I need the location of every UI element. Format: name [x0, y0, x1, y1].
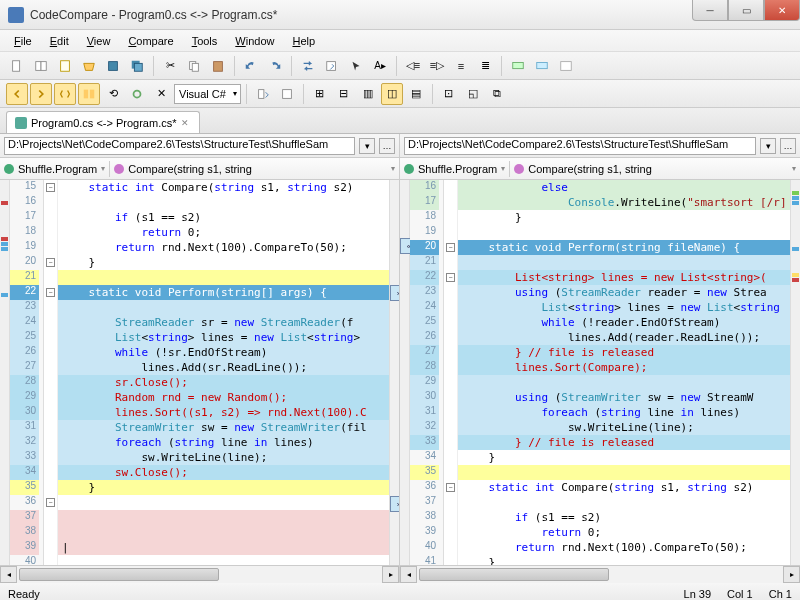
align-icon[interactable]: ≣: [474, 55, 496, 77]
svg-rect-1: [36, 61, 41, 70]
layout4-icon[interactable]: ▤: [405, 83, 427, 105]
uncomment-icon[interactable]: [531, 55, 553, 77]
layout1-icon[interactable]: ⊞: [309, 83, 331, 105]
scroll-left-icon[interactable]: ◂: [0, 566, 17, 583]
tab-close-icon[interactable]: ✕: [181, 118, 191, 128]
method-icon: [514, 164, 524, 174]
scroll-right-icon[interactable]: ▸: [783, 566, 800, 583]
language-combo[interactable]: Visual C#: [174, 84, 241, 104]
right-gutter: 1617181920212223242526272829303132333435…: [410, 180, 444, 565]
status-text: Ready: [8, 588, 40, 600]
cursor-icon[interactable]: [345, 55, 367, 77]
new-compare-icon[interactable]: [30, 55, 52, 77]
paste-icon[interactable]: [207, 55, 229, 77]
tab-label: Program0.cs <-> Program.cs*: [31, 117, 177, 129]
svg-rect-15: [90, 89, 94, 98]
filter-icon[interactable]: ✕: [150, 83, 172, 105]
merge-handle-icon[interactable]: »: [390, 285, 399, 301]
right-hscroll[interactable]: ◂ ▸: [400, 565, 800, 582]
svg-rect-8: [192, 63, 198, 71]
right-pane: D:\Projects\Net\CodeCompare2.6\Tests\Str…: [400, 134, 800, 582]
menu-file[interactable]: File: [6, 33, 40, 49]
tab-document[interactable]: Program0.cs <-> Program.cs* ✕: [6, 111, 200, 133]
crumb-class[interactable]: Shuffle.Program: [18, 163, 97, 175]
crumb-class[interactable]: Shuffle.Program: [418, 163, 497, 175]
svg-rect-2: [41, 61, 46, 70]
undo-icon[interactable]: [240, 55, 262, 77]
path-dropdown-icon[interactable]: ▾: [760, 138, 776, 154]
cut-icon[interactable]: ✂: [159, 55, 181, 77]
save-all-icon[interactable]: [126, 55, 148, 77]
indent-more-icon[interactable]: ≡▷: [426, 55, 448, 77]
copy-icon[interactable]: [183, 55, 205, 77]
svg-rect-4: [109, 61, 118, 70]
prev-diff-icon[interactable]: [252, 83, 274, 105]
bookmark-icon[interactable]: [555, 55, 577, 77]
left-pane: D:\Projects\Net\CodeCompare2.6\Tests\Str…: [0, 134, 400, 582]
opt2-icon[interactable]: ◱: [462, 83, 484, 105]
merge-handle-icon[interactable]: »: [390, 496, 399, 512]
svg-rect-12: [537, 62, 548, 68]
class-icon: [4, 164, 14, 174]
menu-bar: File Edit View Compare Tools Window Help: [0, 30, 800, 52]
tab-strip: Program0.cs <-> Program.cs* ✕: [0, 108, 800, 134]
left-path-input[interactable]: D:\Projects\Net\CodeCompare2.6\Tests\Str…: [4, 137, 355, 155]
svg-rect-18: [283, 89, 292, 98]
right-path-input[interactable]: D:\Projects\Net\CodeCompare2.6\Tests\Str…: [404, 137, 756, 155]
maximize-button[interactable]: ▭: [728, 0, 764, 21]
svg-point-16: [134, 90, 141, 97]
menu-view[interactable]: View: [79, 33, 119, 49]
svg-rect-17: [259, 89, 264, 98]
close-button[interactable]: ✕: [764, 0, 800, 21]
status-bar: Ready Ln 39 Col 1 Ch 1: [0, 582, 800, 600]
right-code[interactable]: else Console.WriteLine("smartsort [/r] f…: [458, 180, 790, 565]
left-indicator-strip: [0, 180, 10, 565]
new-doc-icon[interactable]: [54, 55, 76, 77]
layout2-icon[interactable]: ⊟: [333, 83, 355, 105]
crumb-method[interactable]: Compare(string s1, string: [128, 163, 252, 175]
opt1-icon[interactable]: ⊡: [438, 83, 460, 105]
swap-icon[interactable]: [297, 55, 319, 77]
opt3-icon[interactable]: ⧉: [486, 83, 508, 105]
menu-edit[interactable]: Edit: [42, 33, 77, 49]
path-more-icon[interactable]: …: [379, 138, 395, 154]
font-size-icon[interactable]: A▸: [369, 55, 391, 77]
merge-left-icon[interactable]: [6, 83, 28, 105]
align-left-icon[interactable]: ≡: [450, 55, 472, 77]
right-breadcrumb: Shuffle.Program ▾ Compare(string s1, str…: [400, 158, 800, 180]
menu-compare[interactable]: Compare: [120, 33, 181, 49]
save-icon[interactable]: [102, 55, 124, 77]
menu-help[interactable]: Help: [284, 33, 323, 49]
minimize-button[interactable]: ─: [692, 0, 728, 21]
redo-icon[interactable]: [264, 55, 286, 77]
main-area: D:\Projects\Net\CodeCompare2.6\Tests\Str…: [0, 134, 800, 582]
goto-icon[interactable]: [321, 55, 343, 77]
left-fold-column: −−−−: [44, 180, 58, 565]
scroll-left-icon[interactable]: ◂: [400, 566, 417, 583]
left-hscroll[interactable]: ◂ ▸: [0, 565, 399, 582]
open-icon[interactable]: [78, 55, 100, 77]
scroll-right-icon[interactable]: ▸: [382, 566, 399, 583]
svg-rect-11: [513, 62, 524, 68]
new-file-icon[interactable]: [6, 55, 28, 77]
status-col: Col 1: [727, 588, 753, 600]
next-diff-icon[interactable]: [276, 83, 298, 105]
refresh-icon[interactable]: [126, 83, 148, 105]
layout3-icon[interactable]: ▥: [357, 83, 379, 105]
path-dropdown-icon[interactable]: ▾: [359, 138, 375, 154]
comment-icon[interactable]: [507, 55, 529, 77]
merge-right-icon[interactable]: [30, 83, 52, 105]
crumb-method[interactable]: Compare(string s1, string: [528, 163, 652, 175]
path-more-icon[interactable]: …: [780, 138, 796, 154]
app-icon: [8, 7, 24, 23]
toggle-lock-icon[interactable]: ⟲: [102, 83, 124, 105]
menu-tools[interactable]: Tools: [184, 33, 226, 49]
layout-split-icon[interactable]: ◫: [381, 83, 403, 105]
right-fold-column: −−−: [444, 180, 458, 565]
indent-less-icon[interactable]: ◁≡: [402, 55, 424, 77]
svg-rect-3: [61, 60, 70, 71]
merge-both-icon[interactable]: [54, 83, 76, 105]
left-code[interactable]: static int Compare(string s1, string s2)…: [58, 180, 389, 565]
view-side-icon[interactable]: [78, 83, 100, 105]
menu-window[interactable]: Window: [227, 33, 282, 49]
